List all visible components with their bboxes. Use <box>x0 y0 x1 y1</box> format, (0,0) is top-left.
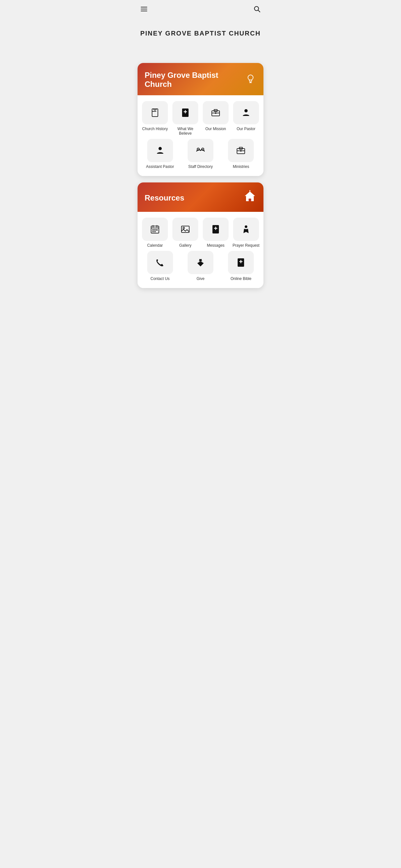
svg-marker-25 <box>245 191 255 196</box>
ministries-item[interactable]: Ministries <box>222 139 259 169</box>
prayer-request-label: Prayer Request <box>233 243 259 248</box>
app-header <box>134 0 267 20</box>
our-pastor-label: Our Pastor <box>237 127 255 131</box>
staff-directory-label: Staff Directory <box>188 164 213 169</box>
svg-rect-35 <box>152 231 154 232</box>
svg-point-42 <box>245 225 247 228</box>
search-icon[interactable] <box>253 5 261 15</box>
messages-item[interactable]: Messages <box>202 218 229 248</box>
messages-box <box>203 218 228 241</box>
calendar-box <box>142 218 168 241</box>
contact-us-box <box>147 251 173 274</box>
our-mission-box <box>203 101 228 124</box>
gallery-item[interactable]: Gallery <box>172 218 199 248</box>
gallery-label: Gallery <box>179 243 191 248</box>
svg-point-38 <box>183 227 185 229</box>
resources-section-body: Calendar Gallery <box>137 212 264 288</box>
ministries-label: Ministries <box>233 164 249 169</box>
our-mission-item[interactable]: Our Mission <box>202 101 229 135</box>
svg-point-16 <box>244 109 248 113</box>
church-grid-row1: Church History What We Believe <box>142 101 259 135</box>
our-pastor-item[interactable]: Our Pastor <box>233 101 259 135</box>
resources-grid-row1: Calendar Gallery <box>142 218 259 248</box>
resources-section: Resources <box>137 182 264 288</box>
church-history-label: Church History <box>142 127 167 131</box>
svg-line-4 <box>258 10 260 12</box>
church-section: Piney Grove Baptist Church Chu <box>137 63 264 176</box>
page-title: PINEY GROVE BAPTIST CHURCH <box>134 20 267 43</box>
church-history-item[interactable]: Church History <box>142 101 168 135</box>
church-building-icon <box>243 190 256 206</box>
calendar-item[interactable]: Calendar <box>142 218 168 248</box>
svg-point-5 <box>248 75 253 80</box>
resources-section-header: Resources <box>137 182 264 212</box>
resources-section-title: Resources <box>145 193 184 203</box>
church-section-title: Piney Grove Baptist Church <box>145 71 245 89</box>
church-history-box <box>142 101 168 124</box>
svg-rect-34 <box>156 229 158 230</box>
svg-rect-27 <box>249 198 251 201</box>
online-bible-item[interactable]: Online Bible <box>222 251 259 281</box>
give-label: Give <box>197 276 205 281</box>
church-section-body: Church History What We Believe <box>137 95 264 176</box>
svg-rect-33 <box>154 229 156 230</box>
give-box <box>188 251 213 274</box>
lightbulb-icon <box>245 73 256 87</box>
svg-point-17 <box>158 147 162 150</box>
our-pastor-box <box>233 101 259 124</box>
svg-point-15 <box>215 113 217 114</box>
messages-label: Messages <box>207 243 225 248</box>
ministries-box <box>228 139 254 162</box>
church-grid-row2: Assistant Pastor Staff Directory <box>142 139 259 169</box>
our-mission-label: Our Mission <box>205 127 226 131</box>
prayer-request-box <box>233 218 259 241</box>
online-bible-box <box>228 251 254 274</box>
staff-directory-box <box>188 139 213 162</box>
resources-grid-row2: Contact Us Give <box>142 251 259 281</box>
assistant-pastor-item[interactable]: Assistant Pastor <box>142 139 179 169</box>
svg-point-23 <box>240 150 242 152</box>
church-section-header: Piney Grove Baptist Church <box>137 63 264 95</box>
contact-us-label: Contact Us <box>150 276 169 281</box>
menu-icon[interactable] <box>140 5 148 15</box>
what-we-believe-label: What We Believe <box>172 127 199 135</box>
gallery-box <box>173 218 198 241</box>
prayer-request-item[interactable]: Prayer Request <box>233 218 259 248</box>
svg-rect-32 <box>152 229 154 230</box>
calendar-label: Calendar <box>147 243 163 248</box>
assistant-pastor-box <box>147 139 173 162</box>
what-we-believe-box <box>173 101 198 124</box>
give-item[interactable]: Give <box>182 251 219 281</box>
assistant-pastor-label: Assistant Pastor <box>146 164 174 169</box>
online-bible-label: Online Bible <box>230 276 251 281</box>
contact-us-item[interactable]: Contact Us <box>142 251 179 281</box>
what-we-believe-item[interactable]: What We Believe <box>172 101 199 135</box>
staff-directory-item[interactable]: Staff Directory <box>182 139 219 169</box>
svg-rect-36 <box>154 231 156 232</box>
